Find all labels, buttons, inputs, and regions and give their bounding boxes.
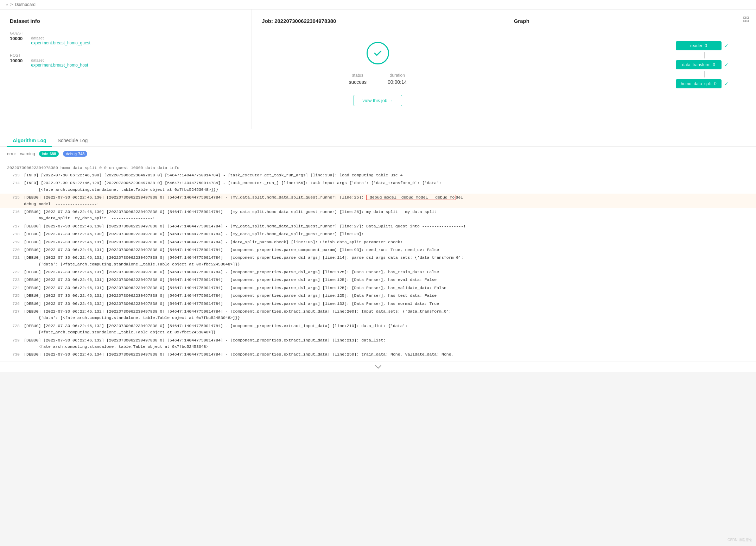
log-line-723: 723 [DEBUG] [2022-07-30 06:22:46,131] [2…: [0, 276, 756, 284]
line-num-716: 716: [7, 209, 20, 222]
host-count: 10000: [10, 58, 23, 63]
line-text-713: [INFO] [2022-07-30 06:22:46,108] [202207…: [24, 172, 749, 178]
guest-dataset-label: dataset: [31, 36, 90, 40]
home-icon[interactable]: ⌂: [6, 2, 8, 7]
node-data-transform-check: ✓: [724, 62, 729, 68]
line-text-719: [DEBUG] [2022-07-30 06:22:46,131] [20220…: [24, 239, 749, 245]
node-data-transform-0: data_transform_0: [676, 60, 722, 69]
guest-count: 10000: [10, 36, 23, 41]
line-num-715: 715: [7, 194, 20, 207]
svg-rect-1: [747, 17, 749, 19]
breadcrumb: ⌂ > Dashboard: [0, 0, 756, 10]
graph-node-homo-data-split: homo_data_split_0 ✓: [676, 79, 729, 88]
log-line-715: 715 [DEBUG] [2022-07-30 06:22:46,130] [2…: [0, 194, 756, 208]
log-line-727: 727 [DEBUG] [2022-07-30 06:22:46,132] [2…: [0, 308, 756, 322]
line-text-722: [DEBUG] [2022-07-30 06:22:46,131] [20220…: [24, 269, 749, 275]
log-line-714: 714 [INFO] [2022-07-30 06:22:46,129] [20…: [0, 179, 756, 194]
log-line-725: 725 [DEBUG] [2022-07-30 06:22:46,131] [2…: [0, 292, 756, 300]
line-text-714: [INFO] [2022-07-30 06:22:46,129] [202207…: [24, 180, 749, 193]
line-num-722: 722: [7, 269, 20, 275]
log-line-729: 729 [DEBUG] [2022-07-30 06:22:46,132] [2…: [0, 337, 756, 351]
job-content: status success duration 00:00:14 view th…: [262, 24, 494, 120]
log-line-726: 726 [DEBUG] [2022-07-30 06:22:46,132] [2…: [0, 300, 756, 308]
guest-dataset-name[interactable]: experiment.breast_homo_guest: [31, 40, 90, 45]
graph-nodes: reader_0 ✓ data_transform_0 ✓ homo_data_…: [514, 31, 746, 90]
line-num-730: 730: [7, 351, 20, 358]
line-text-715: [DEBUG] [2022-07-30 06:22:46,130] [20220…: [24, 194, 749, 207]
line-text-718: [DEBUG] [2022-07-30 06:22:46,130] [20220…: [24, 231, 749, 237]
line-text-724: [DEBUG] [2022-07-30 06:22:46,131] [20220…: [24, 285, 749, 291]
highlight-debug-box: debug model debug model debug mo: [366, 195, 456, 200]
job-status-item: status success: [349, 73, 367, 85]
log-section: Algorithm Log Schedule Log error warning…: [0, 129, 756, 372]
log-header-line: 202207300622304978380_homo_data_split_0 …: [0, 164, 756, 171]
line-num-719: 719: [7, 239, 20, 245]
graph-panel-title: Graph: [514, 18, 746, 24]
breadcrumb-separator: >: [10, 2, 13, 7]
breadcrumb-current: Dashboard: [15, 2, 36, 7]
graph-node-reader: reader_0 ✓: [676, 41, 729, 50]
log-line-728: 728 [DEBUG] [2022-07-30 06:22:46,132] [2…: [0, 322, 756, 337]
expand-icon[interactable]: [743, 17, 749, 23]
filter-warning[interactable]: warning: [20, 151, 35, 156]
line-text-729: [DEBUG] [2022-07-30 06:22:46,132] [20220…: [24, 337, 749, 350]
line-num-727: 727: [7, 308, 20, 321]
line-num-720: 720: [7, 247, 20, 253]
tab-algorithm-log[interactable]: Algorithm Log: [7, 135, 52, 147]
line-text-720: [DEBUG] [2022-07-30 06:22:46,131] [20220…: [24, 247, 749, 253]
log-line-724: 724 [DEBUG] [2022-07-30 06:22:46,131] [2…: [0, 284, 756, 292]
duration-label: duration: [388, 73, 407, 78]
job-info-panel: Job: 202207300622304978380 status succes…: [252, 10, 504, 129]
line-text-721: [DEBUG] [2022-07-30 06:22:46,131] [20220…: [24, 255, 749, 268]
node-homo-data-split-0: homo_data_split_0: [676, 79, 722, 88]
line-num-721: 721: [7, 255, 20, 268]
job-duration-item: duration 00:00:14: [388, 73, 407, 85]
connector-line-2: [704, 71, 705, 77]
log-line-721: 721 [DEBUG] [2022-07-30 06:22:46,131] [2…: [0, 254, 756, 268]
view-job-button[interactable]: view this job →: [354, 95, 402, 106]
top-panels: Dataset info GUEST 10000 dataset experim…: [0, 10, 756, 129]
status-label: status: [349, 73, 367, 78]
svg-rect-0: [744, 17, 745, 19]
log-content[interactable]: 202207300622304978380_homo_data_split_0 …: [0, 161, 756, 362]
success-icon: [367, 42, 389, 64]
line-text-716: [DEBUG] [2022-07-30 06:22:46,130] [20220…: [24, 209, 749, 222]
svg-rect-2: [744, 20, 745, 22]
line-text-717: [DEBUG] [2022-07-30 06:22:46,130] [20220…: [24, 223, 749, 230]
node-reader-check: ✓: [724, 43, 729, 49]
graph-panel: Graph reader_0 ✓ data_transform_0 ✓ homo…: [504, 10, 756, 129]
svg-rect-3: [747, 20, 749, 22]
tab-schedule-log[interactable]: Schedule Log: [52, 135, 94, 147]
line-text-725: [DEBUG] [2022-07-30 06:22:46,131] [20220…: [24, 293, 749, 299]
log-line-722: 722 [DEBUG] [2022-07-30 06:22:46,131] [2…: [0, 268, 756, 276]
duration-value: 00:00:14: [388, 79, 407, 85]
job-panel-title: Job: 202207300622304978380: [262, 18, 336, 24]
host-dataset-row: HOST 10000 dataset experiment.breast_hom…: [10, 53, 242, 68]
scroll-indicator[interactable]: [0, 362, 756, 372]
line-num-729: 729: [7, 337, 20, 350]
graph-node-data-transform: data_transform_0 ✓: [676, 60, 729, 69]
filter-error[interactable]: error: [7, 151, 16, 156]
line-text-727: [DEBUG] [2022-07-30 06:22:46,132] [20220…: [24, 308, 749, 321]
node-reader-0: reader_0: [676, 41, 722, 50]
line-num-717: 717: [7, 223, 20, 230]
log-tabs: Algorithm Log Schedule Log: [0, 129, 756, 147]
dataset-panel-title: Dataset info: [10, 18, 242, 24]
line-text-730: [DEBUG] [2022-07-30 06:22:46,134] [20220…: [24, 351, 749, 358]
dataset-info-panel: Dataset info GUEST 10000 dataset experim…: [0, 10, 252, 129]
filter-info-badge[interactable]: info 688: [39, 151, 59, 157]
log-line-713: 713 [INFO] [2022-07-30 06:22:46,108] [20…: [0, 171, 756, 179]
line-text-726: [DEBUG] [2022-07-30 06:22:46,132] [20220…: [24, 301, 749, 307]
log-line-720: 720 [DEBUG] [2022-07-30 06:22:46,131] [2…: [0, 246, 756, 254]
node-homo-data-split-check: ✓: [724, 81, 729, 87]
status-value: success: [349, 79, 367, 85]
line-text-728: [DEBUG] [2022-07-30 06:22:46,132] [20220…: [24, 323, 749, 336]
log-line-719: 719 [DEBUG] [2022-07-30 06:22:46,131] [2…: [0, 238, 756, 246]
guest-role-label: GUEST: [10, 31, 242, 35]
log-line-730: 730 [DEBUG] [2022-07-30 06:22:46,134] [2…: [0, 351, 756, 358]
guest-dataset-row: GUEST 10000 dataset experiment.breast_ho…: [10, 31, 242, 45]
line-num-726: 726: [7, 301, 20, 307]
log-line-717: 717 [DEBUG] [2022-07-30 06:22:46,130] [2…: [0, 222, 756, 230]
filter-debug-badge[interactable]: debug 748: [63, 151, 87, 157]
host-dataset-name[interactable]: experiment.breast_homo_host: [31, 63, 88, 68]
